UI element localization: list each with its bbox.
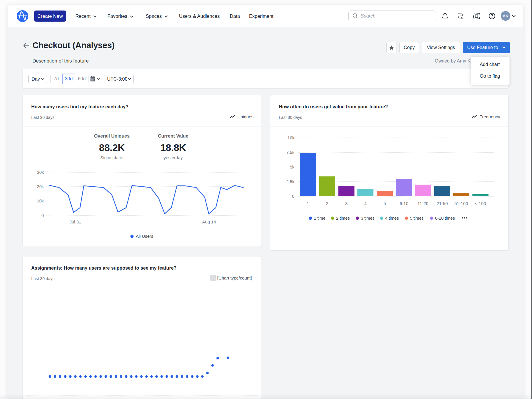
svg-text:5k: 5k [290, 165, 295, 169]
svg-text:3 times: 3 times [361, 216, 375, 221]
svg-text:2.5k: 2.5k [286, 179, 295, 184]
svg-text:6-10: 6-10 [399, 201, 408, 206]
svg-text:21-50: 21-50 [437, 201, 448, 206]
svg-text:0: 0 [292, 194, 294, 199]
svg-text:0: 0 [41, 213, 44, 218]
svg-text:4: 4 [364, 201, 366, 206]
svg-text:20k: 20k [37, 184, 44, 189]
svg-text:•••: ••• [462, 215, 467, 220]
svg-text:4 times: 4 times [385, 216, 399, 221]
svg-text:2 times: 2 times [336, 216, 350, 221]
svg-text:30k: 30k [37, 170, 44, 175]
svg-text:Jul 31: Jul 31 [69, 219, 81, 224]
svg-text:1 time: 1 time [314, 216, 326, 221]
svg-text:5: 5 [383, 201, 386, 206]
svg-text:10k: 10k [37, 199, 44, 203]
svg-text:3: 3 [345, 201, 347, 206]
svg-text:Aug 14: Aug 14 [202, 219, 216, 224]
svg-text:5 times: 5 times [410, 216, 424, 221]
svg-text:6-10 times: 6-10 times [435, 216, 455, 221]
svg-text:2: 2 [326, 201, 328, 206]
svg-text:All Users: All Users [136, 234, 153, 239]
svg-text:1: 1 [307, 201, 309, 206]
svg-text:11-20: 11-20 [418, 201, 428, 206]
svg-text:10k: 10k [288, 136, 295, 140]
svg-text:7.5k: 7.5k [286, 150, 295, 155]
svg-text:< 100: < 100 [475, 201, 486, 206]
svg-text:51-100: 51-100 [454, 201, 468, 206]
